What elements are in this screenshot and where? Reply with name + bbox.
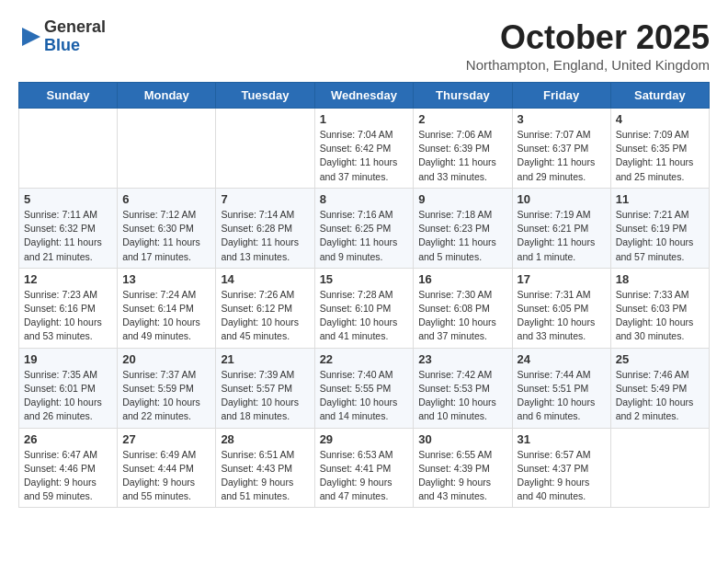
day-detail: Sunrise: 7:16 AM Sunset: 6:25 PM Dayligh…	[320, 208, 409, 264]
calendar-cell	[216, 109, 314, 189]
day-detail: Sunrise: 6:51 AM Sunset: 4:43 PM Dayligh…	[221, 448, 309, 504]
day-number: 22	[320, 352, 409, 366]
day-number: 18	[616, 272, 704, 286]
calendar-cell	[610, 428, 709, 508]
day-detail: Sunrise: 7:46 AM Sunset: 5:49 PM Dayligh…	[616, 368, 704, 424]
day-of-week-header: Sunday	[19, 83, 118, 109]
calendar-cell: 4Sunrise: 7:09 AM Sunset: 6:35 PM Daylig…	[610, 109, 709, 189]
day-detail: Sunrise: 6:57 AM Sunset: 4:37 PM Dayligh…	[518, 448, 606, 504]
day-detail: Sunrise: 7:24 AM Sunset: 6:14 PM Dayligh…	[122, 288, 210, 344]
calendar-cell: 18Sunrise: 7:33 AM Sunset: 6:03 PM Dayli…	[610, 268, 709, 348]
calendar-cell: 17Sunrise: 7:31 AM Sunset: 6:05 PM Dayli…	[512, 268, 610, 348]
day-number: 28	[221, 432, 309, 446]
calendar-cell: 5Sunrise: 7:11 AM Sunset: 6:32 PM Daylig…	[19, 188, 118, 268]
day-detail: Sunrise: 7:44 AM Sunset: 5:51 PM Dayligh…	[518, 368, 606, 424]
day-number: 1	[320, 112, 409, 126]
day-detail: Sunrise: 7:23 AM Sunset: 6:16 PM Dayligh…	[24, 288, 112, 344]
day-detail: Sunrise: 7:07 AM Sunset: 6:37 PM Dayligh…	[518, 128, 606, 184]
calendar-week-row: 12Sunrise: 7:23 AM Sunset: 6:16 PM Dayli…	[19, 268, 710, 348]
day-number: 27	[122, 432, 210, 446]
day-detail: Sunrise: 7:12 AM Sunset: 6:30 PM Dayligh…	[122, 208, 210, 264]
month-title: October 2025	[466, 18, 710, 57]
logo-general: General	[44, 18, 106, 37]
day-detail: Sunrise: 7:21 AM Sunset: 6:19 PM Dayligh…	[616, 208, 704, 264]
logo-blue: Blue	[44, 37, 106, 55]
calendar-cell: 10Sunrise: 7:19 AM Sunset: 6:21 PM Dayli…	[512, 188, 610, 268]
day-detail: Sunrise: 7:35 AM Sunset: 6:01 PM Dayligh…	[24, 368, 112, 424]
day-detail: Sunrise: 7:42 AM Sunset: 5:53 PM Dayligh…	[418, 368, 506, 424]
calendar-cell: 3Sunrise: 7:07 AM Sunset: 6:37 PM Daylig…	[512, 109, 610, 189]
day-of-week-header: Saturday	[610, 83, 709, 109]
day-number: 2	[418, 112, 506, 126]
page-header: General Blue October 2025 Northampton, E…	[18, 18, 710, 73]
day-detail: Sunrise: 7:31 AM Sunset: 6:05 PM Dayligh…	[518, 288, 606, 344]
calendar-cell: 13Sunrise: 7:24 AM Sunset: 6:14 PM Dayli…	[118, 268, 216, 348]
day-of-week-header: Thursday	[414, 83, 512, 109]
calendar-cell: 24Sunrise: 7:44 AM Sunset: 5:51 PM Dayli…	[512, 348, 610, 428]
calendar-cell: 16Sunrise: 7:30 AM Sunset: 6:08 PM Dayli…	[414, 268, 512, 348]
calendar-table: SundayMondayTuesdayWednesdayThursdayFrid…	[18, 82, 710, 508]
calendar-cell	[19, 109, 118, 189]
title-area: October 2025 Northampton, England, Unite…	[466, 18, 710, 73]
day-number: 9	[418, 192, 506, 206]
day-number: 17	[518, 272, 606, 286]
day-of-week-header: Tuesday	[216, 83, 314, 109]
day-detail: Sunrise: 7:11 AM Sunset: 6:32 PM Dayligh…	[24, 208, 112, 264]
day-detail: Sunrise: 7:14 AM Sunset: 6:28 PM Dayligh…	[221, 208, 309, 264]
calendar-week-row: 19Sunrise: 7:35 AM Sunset: 6:01 PM Dayli…	[19, 348, 710, 428]
day-detail: Sunrise: 7:04 AM Sunset: 6:42 PM Dayligh…	[320, 128, 409, 184]
calendar-cell: 28Sunrise: 6:51 AM Sunset: 4:43 PM Dayli…	[216, 428, 314, 508]
calendar-cell: 22Sunrise: 7:40 AM Sunset: 5:55 PM Dayli…	[314, 348, 414, 428]
day-number: 6	[122, 192, 210, 206]
day-detail: Sunrise: 7:30 AM Sunset: 6:08 PM Dayligh…	[418, 288, 506, 344]
day-number: 4	[616, 112, 704, 126]
day-detail: Sunrise: 7:37 AM Sunset: 5:59 PM Dayligh…	[122, 368, 210, 424]
calendar-cell: 11Sunrise: 7:21 AM Sunset: 6:19 PM Dayli…	[610, 188, 709, 268]
day-detail: Sunrise: 7:06 AM Sunset: 6:39 PM Dayligh…	[418, 128, 506, 184]
day-number: 16	[418, 272, 506, 286]
day-number: 31	[518, 432, 606, 446]
day-detail: Sunrise: 7:26 AM Sunset: 6:12 PM Dayligh…	[221, 288, 309, 344]
logo-text: General Blue	[44, 18, 106, 55]
day-number: 21	[221, 352, 309, 366]
calendar-cell: 21Sunrise: 7:39 AM Sunset: 5:57 PM Dayli…	[216, 348, 314, 428]
calendar-cell: 27Sunrise: 6:49 AM Sunset: 4:44 PM Dayli…	[118, 428, 216, 508]
calendar-cell: 6Sunrise: 7:12 AM Sunset: 6:30 PM Daylig…	[118, 188, 216, 268]
calendar-cell: 1Sunrise: 7:04 AM Sunset: 6:42 PM Daylig…	[314, 109, 414, 189]
day-number: 3	[518, 112, 606, 126]
calendar-cell: 12Sunrise: 7:23 AM Sunset: 6:16 PM Dayli…	[19, 268, 118, 348]
calendar-cell: 25Sunrise: 7:46 AM Sunset: 5:49 PM Dayli…	[610, 348, 709, 428]
day-number: 29	[320, 432, 409, 446]
day-number: 14	[221, 272, 309, 286]
day-detail: Sunrise: 6:55 AM Sunset: 4:39 PM Dayligh…	[418, 448, 506, 504]
day-number: 15	[320, 272, 409, 286]
logo-icon	[18, 24, 44, 50]
day-of-week-header: Wednesday	[314, 83, 414, 109]
day-of-week-header: Monday	[118, 83, 216, 109]
calendar-cell: 23Sunrise: 7:42 AM Sunset: 5:53 PM Dayli…	[414, 348, 512, 428]
calendar-cell: 29Sunrise: 6:53 AM Sunset: 4:41 PM Dayli…	[314, 428, 414, 508]
day-number: 20	[122, 352, 210, 366]
day-detail: Sunrise: 7:19 AM Sunset: 6:21 PM Dayligh…	[518, 208, 606, 264]
day-detail: Sunrise: 7:40 AM Sunset: 5:55 PM Dayligh…	[320, 368, 409, 424]
location: Northampton, England, United Kingdom	[466, 57, 710, 73]
day-detail: Sunrise: 7:18 AM Sunset: 6:23 PM Dayligh…	[418, 208, 506, 264]
day-detail: Sunrise: 7:28 AM Sunset: 6:10 PM Dayligh…	[320, 288, 409, 344]
calendar-cell: 20Sunrise: 7:37 AM Sunset: 5:59 PM Dayli…	[118, 348, 216, 428]
day-number: 24	[518, 352, 606, 366]
calendar-cell: 8Sunrise: 7:16 AM Sunset: 6:25 PM Daylig…	[314, 188, 414, 268]
day-number: 26	[24, 432, 112, 446]
day-detail: Sunrise: 7:33 AM Sunset: 6:03 PM Dayligh…	[616, 288, 704, 344]
day-number: 19	[24, 352, 112, 366]
day-number: 11	[616, 192, 704, 206]
day-number: 12	[24, 272, 112, 286]
day-of-week-header: Friday	[512, 83, 610, 109]
calendar-cell: 14Sunrise: 7:26 AM Sunset: 6:12 PM Dayli…	[216, 268, 314, 348]
day-detail: Sunrise: 7:39 AM Sunset: 5:57 PM Dayligh…	[221, 368, 309, 424]
day-number: 30	[418, 432, 506, 446]
calendar-cell: 7Sunrise: 7:14 AM Sunset: 6:28 PM Daylig…	[216, 188, 314, 268]
day-detail: Sunrise: 6:53 AM Sunset: 4:41 PM Dayligh…	[320, 448, 409, 504]
day-number: 13	[122, 272, 210, 286]
day-number: 7	[221, 192, 309, 206]
calendar-week-row: 1Sunrise: 7:04 AM Sunset: 6:42 PM Daylig…	[19, 109, 710, 189]
